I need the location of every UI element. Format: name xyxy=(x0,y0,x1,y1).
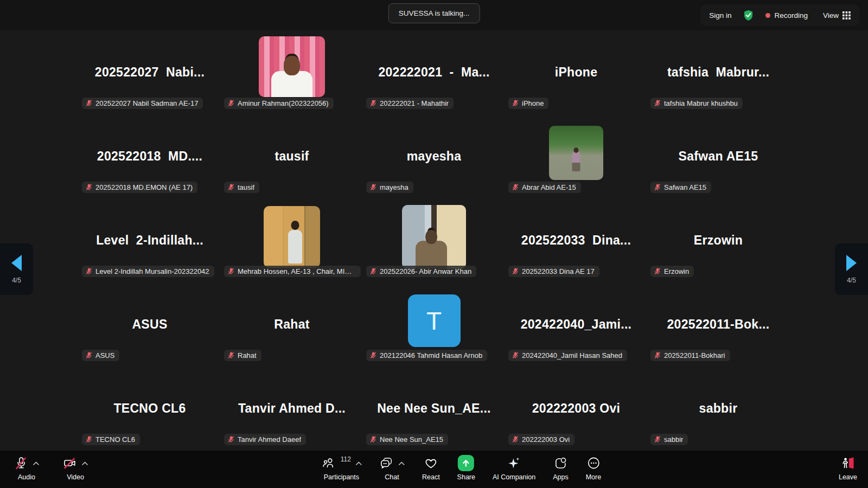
participant-tile[interactable]: ASUS ASUS xyxy=(79,282,221,367)
mic-muted-icon xyxy=(512,267,519,275)
previous-page-button[interactable]: 4/5 xyxy=(0,243,33,295)
participant-name: Nee Nee Sun_AE... xyxy=(377,401,491,416)
mic-muted-icon xyxy=(654,435,661,444)
participant-tile[interactable]: Erzowin Erzowin xyxy=(647,198,789,282)
participant-label: Safwan AE15 xyxy=(664,183,706,191)
mic-muted-icon xyxy=(654,99,661,107)
participant-tile[interactable]: 202522027 Nabi... 202522027 Nabil Sadman… xyxy=(79,30,221,114)
participant-label-pill: 202522011-Bokhari xyxy=(650,350,730,361)
participant-name: tausif xyxy=(275,149,309,164)
participant-tile[interactable]: mayesha mayesha xyxy=(363,114,505,198)
recording-indicator[interactable]: Recording xyxy=(765,11,808,20)
mic-muted-icon xyxy=(654,183,661,191)
participant-grid: 202522027 Nabi... 202522027 Nabil Sadman… xyxy=(79,30,789,451)
participant-tile[interactable]: 202522011-Bok... 202522011-Bokhari xyxy=(647,282,789,367)
leave-button[interactable]: Leave xyxy=(839,454,857,481)
participant-tile[interactable]: iPhone iPhone xyxy=(505,30,647,114)
participant-label: 202522011-Bokhari xyxy=(664,351,725,359)
participant-label-pill: mayesha xyxy=(366,182,413,193)
ai-companion-button[interactable]: AI Companion xyxy=(493,454,535,481)
participant-label: Erzowin xyxy=(664,267,689,275)
mic-muted-icon xyxy=(654,351,661,359)
participant-label: 202222021 - Mahathir xyxy=(380,99,449,107)
more-button[interactable]: More xyxy=(586,454,601,481)
participant-photo-avatar xyxy=(264,206,320,268)
chat-button[interactable]: Chat xyxy=(379,454,405,481)
sign-in-button[interactable]: Sign in xyxy=(709,11,731,20)
video-muted-toolbar-icon xyxy=(63,456,77,471)
participant-photo-avatar xyxy=(549,126,603,180)
participant-label: tausif xyxy=(238,183,254,191)
participant-tile[interactable]: 202522026- Abir Anwar Khan xyxy=(363,198,505,282)
participant-tile[interactable]: Tanvir Ahmed D... Tanvir Ahmed Daeef xyxy=(221,367,363,451)
apps-button[interactable]: Apps xyxy=(553,454,569,481)
participant-label-pill: Aminur Rahman(202322056) xyxy=(224,98,334,109)
participant-tile[interactable]: tafshia Mabrur... tafshia Mabrur khushbu xyxy=(647,30,789,114)
participant-tile[interactable]: 202422040_Jami... 202422040_Jamil Hasan … xyxy=(505,282,647,367)
participants-button[interactable]: 112 Participants xyxy=(321,454,362,481)
mic-muted-icon xyxy=(227,351,235,359)
participant-tile[interactable]: Safwan AE15 Safwan AE15 xyxy=(647,114,789,198)
page-indicator: 4/5 xyxy=(12,277,21,284)
mic-muted-icon xyxy=(85,267,93,275)
participant-label: 202522033 Dina AE 17 xyxy=(522,267,595,275)
participant-label-pill: 202122046 Tahmid Hasan Arnob xyxy=(366,350,487,361)
participant-label: 202422040_Jamil Hasan Sahed xyxy=(522,351,622,359)
participant-label-pill: tafshia Mabrur khushbu xyxy=(650,98,743,109)
participant-name: 202522027 Nabi... xyxy=(95,65,205,80)
mic-muted-icon xyxy=(512,435,519,444)
participant-tile[interactable]: 202522018 MD.... 202522018 MD.EMON (AE 1… xyxy=(79,114,221,198)
participant-tile[interactable]: Aminur Rahman(202322056) xyxy=(221,30,363,114)
participant-tile[interactable]: 202222003 Ovi 202222003 Ovi xyxy=(505,367,647,451)
audio-options-caret[interactable] xyxy=(33,461,39,465)
participant-label: Tanvir Ahmed Daeef xyxy=(238,435,301,444)
participant-name: 202422040_Jami... xyxy=(521,317,632,332)
participant-label: tafshia Mabrur khushbu xyxy=(664,99,738,107)
mic-muted-toolbar-icon xyxy=(14,456,28,471)
audio-button[interactable]: Audio xyxy=(14,454,39,481)
react-button[interactable]: React xyxy=(422,454,440,481)
encryption-shield-icon[interactable] xyxy=(743,10,754,21)
video-options-caret[interactable] xyxy=(82,461,88,465)
participant-label: 202522027 Nabil Sadman AE-17 xyxy=(95,99,198,107)
grid-view-icon xyxy=(843,11,851,20)
participant-name: 202222021 - Ma... xyxy=(378,65,489,80)
video-button[interactable]: Video xyxy=(63,454,88,481)
view-button[interactable]: View xyxy=(823,11,851,20)
participant-tile[interactable]: Nee Nee Sun_AE... Nee Nee Sun_AE15 xyxy=(363,367,505,451)
participant-label-pill: tausif xyxy=(224,182,259,193)
participant-photo-avatar xyxy=(259,36,325,97)
participant-tile[interactable]: tausif tausif xyxy=(221,114,363,198)
participant-label-pill: 202222021 - Mahathir xyxy=(366,98,454,109)
mic-muted-icon xyxy=(369,435,377,444)
participant-tile[interactable]: Abrar Abid AE-15 xyxy=(505,114,647,198)
participant-tile[interactable]: T 202122046 Tahmid Hasan Arnob xyxy=(363,282,505,367)
participant-tile[interactable]: Rahat Rahat xyxy=(221,282,363,367)
participant-label-pill: 202422040_Jamil Hasan Sahed xyxy=(508,350,627,361)
active-speaker-banner: SUVESSA is talking... xyxy=(388,3,480,23)
participant-tile[interactable]: 202522033 Dina... 202522033 Dina AE 17 xyxy=(505,198,647,282)
participant-label-pill: Mehrab Hossen, AE-13 , Chair, MIST Stu..… xyxy=(224,266,361,277)
participant-tile[interactable]: sabbir sabbir xyxy=(647,367,789,451)
participant-tile[interactable]: Level 2-Indillah... Level 2-Indillah Mur… xyxy=(79,198,221,282)
mic-muted-icon xyxy=(654,267,661,275)
participant-tile[interactable]: TECNO CL6 TECNO CL6 xyxy=(79,367,221,451)
participant-name: 202522018 MD.... xyxy=(97,149,202,164)
participants-options-caret[interactable] xyxy=(356,461,362,465)
chat-options-caret[interactable] xyxy=(399,461,405,465)
participant-label: 202122046 Tahmid Hasan Arnob xyxy=(380,351,482,359)
mic-muted-icon xyxy=(369,267,377,275)
mic-muted-icon xyxy=(227,435,235,444)
share-button[interactable]: Share xyxy=(457,454,475,481)
participant-label-pill: sabbir xyxy=(650,434,688,445)
participant-tile[interactable]: 202222021 - Ma... 202222021 - Mahathir xyxy=(363,30,505,114)
participant-name: TECNO CL6 xyxy=(113,401,186,416)
participant-name: Rahat xyxy=(274,317,309,332)
mic-muted-icon xyxy=(512,183,519,191)
mic-muted-icon xyxy=(227,183,235,191)
participant-photo-avatar xyxy=(402,205,466,269)
next-page-button[interactable]: 4/5 xyxy=(835,243,868,295)
participant-tile[interactable]: Mehrab Hossen, AE-13 , Chair, MIST Stu..… xyxy=(221,198,363,282)
mic-muted-icon xyxy=(85,183,93,191)
view-label: View xyxy=(823,11,839,20)
